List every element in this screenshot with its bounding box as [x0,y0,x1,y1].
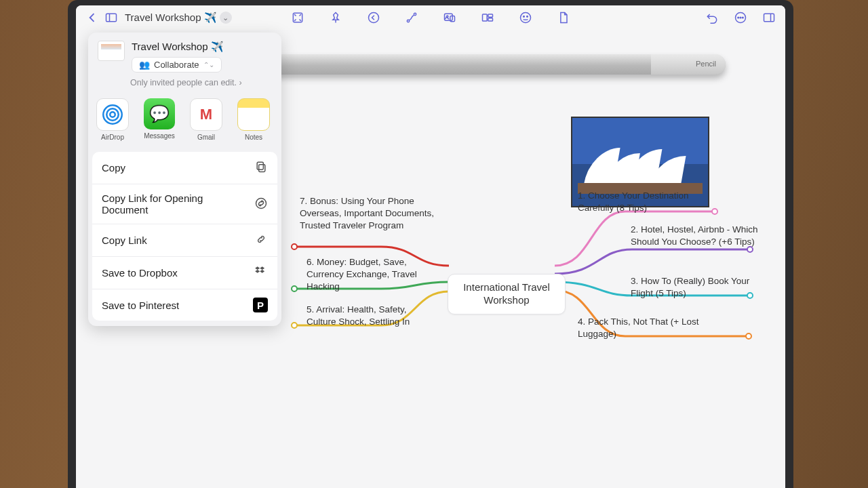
share-app-notes[interactable]: Notes [237,98,270,141]
svg-point-14 [524,16,525,18]
image-icon[interactable] [440,8,459,27]
share-sheet-header: Travel Workshop ✈️ 👥 Collaborate ⌃⌄ [88,33,281,75]
document-title[interactable]: Travel Workshop ✈️ [125,12,217,24]
panel-icon[interactable] [760,8,778,27]
document-menu-chevron[interactable]: ⌄ [220,12,232,24]
branch-right-3[interactable]: 3. How To (Really) Book Your Flight (5 T… [631,275,760,300]
branch-left-2[interactable]: 6. Money: Budget, Save, Currency Exchang… [307,256,442,293]
connector-icon[interactable] [402,8,421,27]
people-icon: 👥 [139,60,150,70]
pinterest-icon: P [253,298,268,312]
top-toolbar: Travel Workshop ✈️ ⌄ [76,5,785,30]
share-sheet: Travel Workshop ✈️ 👥 Collaborate ⌃⌄ Only… [88,33,281,326]
link-icon [254,232,268,248]
app-screen: Travel Workshop ✈️ ⌄ Pencil [76,5,785,488]
svg-rect-0 [106,14,117,22]
chevron-right-icon: › [239,78,242,87]
svg-point-26 [292,244,297,249]
back-arrow-icon[interactable] [364,8,383,27]
svg-point-19 [743,17,744,18]
svg-rect-10 [483,14,488,21]
action-save-dropbox[interactable]: Save to Dropbox [92,257,277,289]
link-circle-icon [254,197,268,212]
chevron-updown-icon: ⌃⌄ [203,61,214,68]
share-app-gmail[interactable]: M Gmail [190,98,222,141]
dropbox-icon [254,265,268,281]
action-copy[interactable]: Copy [92,152,277,184]
collaborate-dropdown[interactable]: 👥 Collaborate ⌃⌄ [132,57,222,73]
sidebar-toggle-button[interactable] [102,8,121,27]
undo-icon[interactable] [703,8,722,27]
collaborate-label: Collaborate [154,60,199,70]
toolbar-right-group [703,8,778,27]
svg-point-13 [521,13,531,23]
copy-icon [254,160,268,176]
svg-point-16 [736,13,746,23]
toolbar-center-group [288,8,573,27]
svg-point-4 [369,13,379,23]
branch-right-2[interactable]: 2. Hotel, Hostel, Airbnb - Which Should … [631,224,760,248]
svg-point-25 [746,333,751,339]
svg-point-34 [256,198,267,208]
emoji-icon[interactable] [516,8,535,27]
share-sheet-title: Travel Workshop ✈️ [132,41,224,53]
document-icon[interactable] [554,8,573,27]
back-button[interactable] [83,8,102,27]
svg-point-30 [106,108,119,121]
apple-pencil-illustration: Pencil [251,54,726,75]
branch-right-1[interactable]: 1. Choose Your Destination Carefully (8 … [578,190,720,214]
svg-point-6 [414,13,416,15]
svg-point-17 [738,17,739,18]
svg-point-27 [292,286,297,291]
svg-point-5 [407,20,409,22]
svg-point-29 [110,112,115,117]
action-copy-link-open[interactable]: Copy Link for Opening Document [92,184,277,224]
svg-point-28 [292,323,297,328]
pin-icon[interactable] [326,8,345,27]
branch-right-4[interactable]: 4. Pack This, Not That (+ Lost Luggage) [578,316,727,340]
pencil-brand-label: Pencil [696,60,716,68]
svg-rect-32 [259,165,265,172]
svg-rect-12 [488,18,493,21]
svg-rect-33 [257,162,263,169]
svg-point-15 [527,16,528,18]
branch-left-3[interactable]: 5. Arrival: Health, Safety, Culture Shoc… [307,304,435,328]
expand-icon[interactable] [288,8,307,27]
svg-rect-11 [488,14,493,17]
document-thumbnail [98,41,125,61]
svg-point-18 [740,17,741,18]
action-save-pinterest[interactable]: Save to Pinterest P [92,289,277,321]
branch-left-1[interactable]: 7. Bonus: Using Your Phone Overseas, Imp… [300,195,435,232]
mindmap-center-node[interactable]: International Travel Workshop [448,274,566,314]
share-app-airdrop[interactable]: AirDrop [96,98,129,141]
action-copy-link[interactable]: Copy Link [92,224,277,257]
layout-icon[interactable] [478,8,497,27]
share-actions-list: Copy Copy Link for Opening Document Copy… [92,152,277,321]
more-icon[interactable] [731,8,750,27]
svg-rect-20 [764,14,774,22]
permission-note[interactable]: Only invited people can edit. › [88,75,281,94]
share-app-messages[interactable]: 💬 Messages [144,98,175,141]
share-apps-row: AirDrop 💬 Messages M Gmail Notes P Pi [88,94,281,149]
